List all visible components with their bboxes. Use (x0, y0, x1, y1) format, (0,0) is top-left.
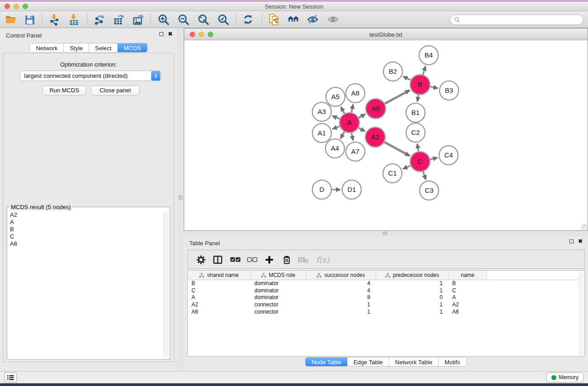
column-header-successor-nodes[interactable]: successor nodes (306, 271, 376, 280)
close-table-panel-icon[interactable]: ✖ (578, 239, 583, 243)
zoom-selected-button[interactable] (216, 13, 230, 26)
network-window-titlebar[interactable]: testGlobe.txt (184, 29, 588, 40)
table-cell[interactable]: 1 (376, 280, 449, 287)
graph-edge-C-C1[interactable] (403, 166, 411, 169)
graph-edge-A-A6[interactable] (359, 114, 365, 118)
result-list-scrollbar[interactable] (163, 211, 169, 358)
table-row[interactable]: Cdominator41C (188, 287, 584, 295)
result-list-item[interactable]: A2 (8, 211, 163, 219)
select-all-rows-button[interactable] (228, 253, 243, 267)
column-header-MCDS-role[interactable]: MCDS role (251, 271, 306, 280)
table-cell[interactable]: 0 (376, 294, 449, 301)
import-table-button[interactable] (67, 13, 81, 26)
tab-network[interactable]: Network (30, 43, 64, 52)
graph-edge-C-C4[interactable] (430, 157, 437, 159)
delete-column-button[interactable] (279, 253, 294, 267)
table-row[interactable]: A2connector11A2 (188, 301, 584, 309)
graph-edge-A-A7[interactable] (352, 133, 353, 141)
tab-mcds[interactable]: MCDS (118, 43, 147, 52)
table-cell[interactable]: A (188, 294, 251, 301)
export-table-button[interactable] (111, 13, 126, 26)
result-list-item[interactable]: A (8, 219, 163, 226)
float-table-panel-icon[interactable] (569, 239, 574, 243)
table-cell[interactable]: connector (251, 301, 306, 309)
tab-node-table[interactable]: Node Table (306, 357, 348, 366)
table-cell[interactable]: C (188, 287, 251, 295)
first-neighbors-button[interactable] (286, 13, 301, 26)
tab-select[interactable]: Select (89, 43, 118, 52)
function-builder-button[interactable]: f(x) (313, 253, 332, 267)
refresh-view-button[interactable] (241, 13, 255, 26)
table-cell[interactable]: 1 (376, 301, 449, 309)
table-cell[interactable]: A2 (449, 301, 487, 309)
table-cell[interactable]: 1 (306, 309, 376, 316)
table-cell[interactable]: A2 (188, 301, 251, 309)
graph-edge-A2-C[interactable] (384, 142, 410, 156)
table-row[interactable]: Adominator80A (188, 294, 584, 301)
zoom-fit-button[interactable] (196, 13, 210, 26)
table-cell[interactable]: dominator (251, 287, 306, 295)
memory-button[interactable]: Memory (546, 372, 583, 382)
close-panel-icon[interactable]: ✖ (168, 32, 172, 36)
graph-edge-C-C2[interactable] (417, 144, 419, 152)
search-input[interactable] (462, 17, 583, 23)
graph-edge-B-B2[interactable] (403, 76, 411, 80)
graph-edge-C-C3[interactable] (423, 172, 426, 180)
result-list-item[interactable]: C (8, 233, 163, 240)
graph-edge-A-A2[interactable] (359, 128, 365, 131)
save-session-button[interactable] (22, 13, 37, 26)
show-column-button[interactable] (210, 253, 225, 267)
horizontal-splitter-handle[interactable] (383, 232, 387, 235)
graph-edge-B-B1[interactable] (417, 95, 418, 102)
table-cell[interactable]: 1 (306, 301, 376, 309)
graph-edge-A-A5[interactable] (341, 107, 344, 114)
graph-edge-B-B3[interactable] (430, 87, 438, 88)
table-cell[interactable]: 8 (306, 294, 376, 301)
zoom-out-button[interactable] (176, 13, 191, 26)
table-cell[interactable]: C (449, 287, 487, 295)
table-row[interactable]: A6connector11A6 (188, 309, 584, 316)
close-panel-button[interactable]: Close panel (91, 86, 139, 95)
result-list-item[interactable]: A6 (8, 240, 163, 248)
graph-edge-A-A1[interactable] (332, 126, 339, 129)
create-column-button[interactable] (262, 253, 277, 267)
deselect-all-rows-button[interactable] (245, 253, 259, 267)
network-resize-grip[interactable] (581, 224, 587, 230)
hide-graphics-details-button[interactable] (306, 13, 320, 26)
export-network-button[interactable] (92, 13, 106, 26)
import-network-button[interactable] (47, 13, 62, 26)
graph-edge-A-A3[interactable] (332, 116, 339, 119)
zoom-in-button[interactable] (156, 13, 171, 26)
vertical-splitter[interactable] (177, 28, 184, 371)
mcds-result-list[interactable]: A2ABCA6 (8, 211, 163, 358)
table-cell[interactable]: A (449, 294, 487, 301)
task-history-button[interactable] (5, 372, 17, 382)
table-cell[interactable]: A6 (188, 309, 251, 316)
column-header-predecessor-nodes[interactable]: predecessor nodes (376, 271, 449, 280)
table-scrollbar[interactable] (579, 271, 584, 356)
horizontal-splitter[interactable] (184, 231, 588, 236)
column-header-name[interactable]: name (449, 271, 487, 280)
table-row[interactable]: Bdominator41B (188, 280, 584, 287)
graph-edge-B-B4[interactable] (423, 66, 425, 75)
run-mcds-button[interactable]: Run MCDS (43, 86, 86, 95)
show-graphics-details-button[interactable] (326, 13, 340, 26)
clone-network-button[interactable] (267, 13, 281, 26)
network-canvas[interactable]: B4B2BB3A8A5A6B1A3AC2A1A2A4A7C4CC1C3DD1 (184, 40, 588, 230)
tab-edge-table[interactable]: Edge Table (348, 357, 389, 366)
main-titlebar[interactable]: Session: New Session (0, 2, 588, 11)
float-panel-icon[interactable] (159, 32, 163, 36)
table-cell[interactable]: dominator (251, 280, 306, 287)
result-list-item[interactable]: B (8, 226, 163, 233)
node-table[interactable]: shared nameMCDS rolesuccessor nodesprede… (187, 270, 585, 357)
graph-edge-A-A4[interactable] (340, 132, 344, 138)
table-cell[interactable]: 1 (376, 287, 449, 295)
search-box[interactable] (450, 14, 583, 25)
table-cell[interactable]: A6 (449, 309, 487, 316)
delete-table-button[interactable] (296, 253, 311, 267)
network-graph[interactable]: B4B2BB3A8A5A6B1A3AC2A1A2A4A7C4CC1C3DD1 (184, 40, 588, 230)
vertical-splitter-handle[interactable] (179, 195, 182, 200)
table-options-button[interactable] (194, 253, 208, 267)
table-cell[interactable]: B (449, 280, 487, 287)
optimization-criterion-dropdown[interactable]: largest connected component (directed) ▲… (20, 71, 161, 81)
